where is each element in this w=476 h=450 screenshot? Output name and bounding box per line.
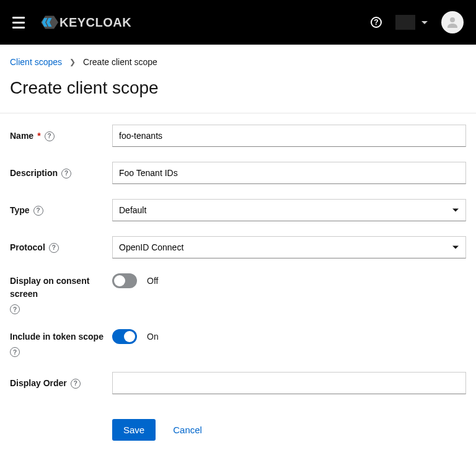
cancel-button[interactable]: Cancel bbox=[173, 425, 202, 435]
create-client-scope-form: Name * ? Description ? Type ? bbox=[0, 113, 476, 450]
chevron-right-icon: ❯ bbox=[69, 58, 76, 66]
user-avatar[interactable] bbox=[441, 11, 464, 33]
protocol-select[interactable] bbox=[112, 236, 466, 258]
help-icon[interactable]: ? bbox=[33, 206, 43, 216]
description-input[interactable] bbox=[112, 162, 466, 184]
label-display-consent: Display on consent screen ? bbox=[10, 273, 112, 314]
display-consent-state: Off bbox=[147, 276, 158, 286]
breadcrumb-parent-link[interactable]: Client scopes bbox=[10, 57, 62, 67]
breadcrumb-current: Create client scope bbox=[83, 57, 157, 67]
field-type: Type ? bbox=[10, 199, 466, 221]
label-name: Name * ? bbox=[10, 125, 112, 143]
type-select[interactable] bbox=[112, 199, 466, 221]
field-include-token: Include in token scope ? On bbox=[10, 329, 466, 357]
header-left: KEYCLOAK bbox=[12, 14, 131, 31]
field-display-order: Display Order ? bbox=[10, 372, 466, 394]
protocol-select-value[interactable] bbox=[112, 236, 466, 258]
name-input[interactable] bbox=[112, 125, 466, 147]
chevron-down-icon bbox=[421, 21, 428, 24]
field-protocol: Protocol ? bbox=[10, 236, 466, 258]
breadcrumb: Client scopes ❯ Create client scope bbox=[0, 45, 476, 67]
field-display-consent: Display on consent screen ? Off bbox=[10, 273, 466, 314]
help-icon[interactable]: ? bbox=[10, 304, 20, 314]
svg-point-3 bbox=[450, 17, 455, 22]
app-header: KEYCLOAK ? bbox=[0, 0, 476, 45]
help-icon[interactable]: ? bbox=[71, 379, 81, 389]
keycloak-hex-icon bbox=[41, 14, 58, 31]
help-icon[interactable]: ? bbox=[49, 243, 59, 253]
type-select-value[interactable] bbox=[112, 199, 466, 221]
label-description: Description ? bbox=[10, 162, 112, 180]
include-token-switch[interactable] bbox=[112, 329, 137, 344]
save-button[interactable]: Save bbox=[112, 419, 156, 441]
realm-selector[interactable] bbox=[395, 15, 428, 30]
header-right: ? bbox=[371, 11, 464, 33]
label-include-token: Include in token scope ? bbox=[10, 329, 112, 357]
help-icon[interactable]: ? bbox=[371, 17, 382, 28]
brand-text: KEYCLOAK bbox=[60, 15, 131, 30]
menu-toggle-icon[interactable] bbox=[12, 17, 25, 29]
label-protocol: Protocol ? bbox=[10, 236, 112, 254]
display-consent-switch[interactable] bbox=[112, 273, 137, 288]
required-indicator: * bbox=[37, 130, 40, 143]
realm-box bbox=[395, 15, 415, 30]
include-token-state: On bbox=[147, 332, 159, 342]
label-display-order: Display Order ? bbox=[10, 372, 112, 390]
help-icon[interactable]: ? bbox=[61, 169, 71, 179]
help-icon[interactable]: ? bbox=[45, 131, 55, 141]
label-type: Type ? bbox=[10, 199, 112, 217]
field-name: Name * ? bbox=[10, 125, 466, 147]
help-icon[interactable]: ? bbox=[10, 347, 20, 357]
page-title: Create client scope bbox=[0, 67, 476, 113]
field-description: Description ? bbox=[10, 162, 466, 184]
display-order-input[interactable] bbox=[112, 372, 466, 394]
brand-logo[interactable]: KEYCLOAK bbox=[41, 14, 131, 31]
form-actions: Save Cancel bbox=[10, 419, 466, 441]
